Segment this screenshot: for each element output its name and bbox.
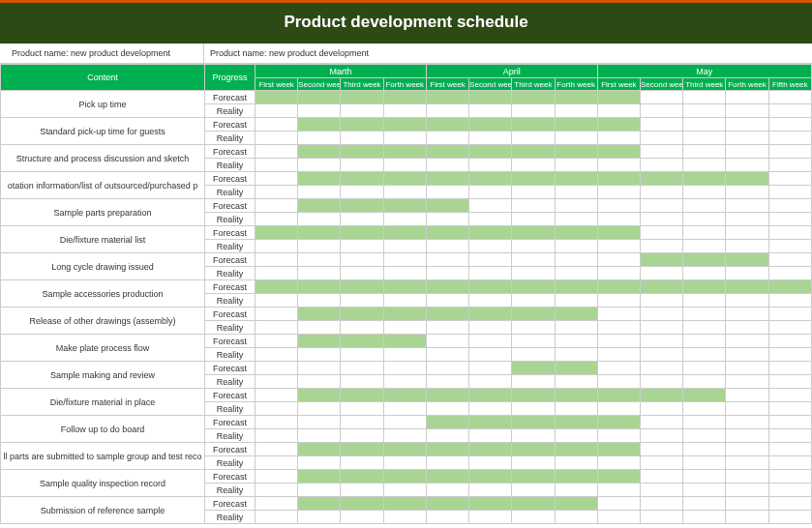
gantt-cell [640,470,682,484]
header-week-3: Forth week [383,78,426,91]
gantt-cell [597,375,640,389]
row-reality: Reality [205,456,256,470]
header-week-4: First week [426,78,468,91]
gantt-cell [768,416,811,429]
gantt-cell [383,226,426,240]
gantt-cell [597,402,640,416]
gantt-cell [341,443,383,456]
gantt-cell [726,456,768,470]
gantt-cell [341,294,383,308]
gantt-cell [726,240,768,253]
gantt-cell [469,389,512,402]
gantt-cell [512,335,555,348]
gantt-cell [597,199,640,213]
gantt-cell [597,497,640,511]
gantt-cell [512,402,555,416]
gantt-cell [597,321,640,335]
gantt-cell [640,362,682,375]
gantt-cell [726,280,768,294]
header-week-2: Third week [341,78,383,91]
gantt-cell [383,321,426,335]
task-name: otation information/list of outsourced/p… [1,172,205,199]
gantt-cell [597,172,640,186]
gantt-cell [469,321,512,335]
gantt-cell [768,308,811,321]
header-week-5: Second week [469,78,512,91]
gantt-cell [597,132,640,145]
gantt-cell [426,267,468,280]
gantt-cell [426,362,468,375]
gantt-cell [726,416,768,429]
gantt-cell [726,375,768,389]
gantt-cell [341,240,383,253]
gantt-cell [597,484,640,497]
gantt-cell [383,402,426,416]
gantt-cell [383,172,426,186]
gantt-cell [726,132,768,145]
header-week-10: Third week [683,78,726,91]
gantt-cell [341,362,383,375]
task-name: Sample quality inspection record [1,470,205,497]
gantt-cell [469,267,512,280]
gantt-cell [768,253,811,267]
gantt-cell [640,104,682,118]
gantt-cell [555,416,597,429]
gantt-cell [555,91,597,104]
gantt-cell [383,308,426,321]
gantt-cell [726,348,768,362]
gantt-cell [512,456,555,470]
gantt-cell [726,145,768,159]
gantt-cell [469,253,512,267]
gantt-cell [726,159,768,172]
gantt-cell [640,402,682,416]
gantt-cell [469,280,512,294]
gantt-cell [469,199,512,213]
gantt-cell [426,484,468,497]
gantt-cell [640,267,682,280]
gantt-cell [469,511,512,524]
gantt-cell [597,348,640,362]
gantt-cell [256,416,298,429]
gantt-cell [683,253,726,267]
gantt-cell [298,226,341,240]
gantt-cell [768,91,811,104]
gantt-cell [426,118,468,132]
gantt-cell [683,335,726,348]
gantt-cell [341,213,383,226]
gantt-cell [597,362,640,375]
gantt-cell [555,429,597,443]
gantt-cell [683,362,726,375]
gantt-cell [426,497,468,511]
gantt-cell [726,362,768,375]
gantt-cell [512,362,555,375]
gantt-cell [426,91,468,104]
task-name: Structure and process discussion and ske… [1,145,205,172]
gantt-cell [683,159,726,172]
gantt-cell [597,308,640,321]
gantt-cell [768,484,811,497]
gantt-cell [555,335,597,348]
gantt-cell [726,91,768,104]
gantt-cell [512,91,555,104]
gantt-cell [426,172,468,186]
gantt-cell [298,213,341,226]
gantt-cell [726,172,768,186]
gantt-cell [256,470,298,484]
gantt-cell [256,132,298,145]
gantt-cell [640,280,682,294]
gantt-cell [341,91,383,104]
gantt-cell [341,511,383,524]
gantt-cell [426,199,468,213]
gantt-cell [256,91,298,104]
gantt-cell [512,348,555,362]
gantt-cell [469,335,512,348]
gantt-cell [726,321,768,335]
gantt-cell [256,429,298,443]
row-reality: Reality [205,104,256,118]
gantt-cell [726,511,768,524]
gantt-cell [256,389,298,402]
task-name: Standard pick-up time for guests [1,118,205,145]
gantt-cell [256,145,298,159]
gantt-cell [298,240,341,253]
gantt-cell [298,159,341,172]
